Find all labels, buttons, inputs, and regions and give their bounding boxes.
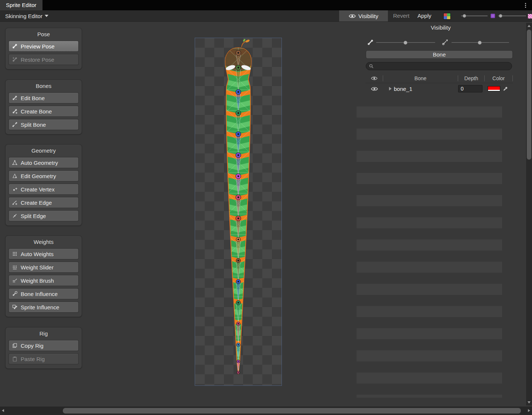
horizontal-scrollbar[interactable] xyxy=(0,407,532,415)
sprite-influence-label: Sprite Influence xyxy=(21,304,59,310)
horizontal-scrollbar-thumb[interactable] xyxy=(63,408,521,414)
bone-opacity-slider[interactable] xyxy=(376,42,435,43)
paste-rig-icon xyxy=(12,356,18,362)
snake-sprite-mesh xyxy=(195,38,282,385)
auto-geometry-icon xyxy=(12,160,18,166)
mesh-opacity-slider-knob[interactable] xyxy=(463,14,466,18)
weight-brush-button[interactable]: Weight Brush xyxy=(9,275,78,286)
copy-rig-icon xyxy=(12,343,18,348)
auto-weights-button[interactable]: Auto Weights xyxy=(9,249,78,259)
visibility-panel: Visibility Bone xyxy=(356,23,526,400)
sprite-color-grid-icon[interactable] xyxy=(443,13,451,20)
texture-purple-icon xyxy=(491,14,495,18)
auto-weights-icon xyxy=(12,251,18,257)
split-bone-button[interactable]: Split Bone xyxy=(9,119,78,130)
tab-sprite-editor[interactable]: Sprite Editor xyxy=(0,0,42,10)
split-edge-button[interactable]: Split Edge xyxy=(9,211,78,221)
skinning-editor-dropdown[interactable]: Skinning Editor xyxy=(3,10,51,21)
vertical-scrollbar[interactable] xyxy=(526,23,532,405)
scroll-left-arrow[interactable] xyxy=(2,409,4,412)
bone-search-input[interactable] xyxy=(375,63,509,69)
texture-pink-icon xyxy=(528,14,532,19)
edit-bone-icon xyxy=(12,95,18,101)
auto-weights-label: Auto Weights xyxy=(21,251,54,257)
create-bone-button[interactable]: Create Bone xyxy=(9,106,78,116)
tab-bone[interactable]: Bone xyxy=(366,50,513,59)
eyedropper-icon[interactable] xyxy=(503,86,508,91)
split-edge-icon xyxy=(12,213,18,219)
auto-geometry-button[interactable]: Auto Geometry xyxy=(9,157,78,168)
geometry-group-title: Geometry xyxy=(6,147,82,154)
table-row-bone-1[interactable]: bone_1 xyxy=(366,83,513,94)
edit-geometry-icon xyxy=(12,173,18,179)
restore-pose-label: Restore Pose xyxy=(21,57,54,63)
sprite-editor-window: Sprite Editor Skinning Editor Visibility… xyxy=(0,0,532,415)
visibility-toggle-button[interactable]: Visibility xyxy=(339,10,388,21)
edit-bone-label: Edit Bone xyxy=(21,95,45,101)
bone-size-icon xyxy=(441,38,449,46)
preview-pose-icon xyxy=(12,43,18,49)
visibility-button-label: Visibility xyxy=(358,13,378,19)
texture-opacity-slider-knob[interactable] xyxy=(499,14,502,18)
row-expand-triangle-icon[interactable] xyxy=(389,87,392,91)
bone-visibility-table: Bone Depth Color bone_1 xyxy=(366,74,513,94)
kebab-menu-icon[interactable] xyxy=(522,2,528,8)
create-vertex-button[interactable]: Create Vertex xyxy=(9,184,78,194)
restore-pose-button[interactable]: Restore Pose xyxy=(9,54,78,65)
titlebar: Sprite Editor xyxy=(0,0,532,10)
chevron-down-icon xyxy=(45,15,48,17)
bone-opacity-icon xyxy=(367,38,374,46)
texture-opacity-slider[interactable] xyxy=(498,16,526,16)
edit-bone-button[interactable]: Edit Bone xyxy=(9,93,78,103)
header-bone: Bone xyxy=(383,75,458,81)
preview-pose-button[interactable]: Preview Pose xyxy=(9,41,78,51)
scroll-down-arrow[interactable] xyxy=(528,401,531,404)
create-edge-button[interactable]: Create Edge xyxy=(9,197,78,208)
sprite-canvas[interactable] xyxy=(195,38,282,385)
eye-column-icon xyxy=(371,76,378,81)
revert-button[interactable]: Revert xyxy=(393,10,409,21)
split-edge-label: Split Edge xyxy=(21,213,46,219)
weight-slider-icon xyxy=(12,264,18,270)
bone-size-slider[interactable] xyxy=(451,42,509,43)
scroll-up-arrow[interactable] xyxy=(528,25,531,27)
bone-size-slider-knob[interactable] xyxy=(478,41,482,45)
create-bone-icon xyxy=(12,108,18,114)
row-visibility-eye-icon[interactable] xyxy=(371,86,378,91)
bones-group: Bones Edit Bone Create Bone Split Bone xyxy=(5,79,82,135)
bone-opacity-slider-knob[interactable] xyxy=(403,41,407,45)
bone-influence-button[interactable]: Bone Influence xyxy=(9,289,78,299)
create-bone-label: Create Bone xyxy=(21,108,52,115)
create-vertex-icon xyxy=(12,186,18,192)
bone-color-swatch[interactable] xyxy=(488,86,500,91)
scroll-right-arrow[interactable] xyxy=(528,409,530,412)
bone-depth-input[interactable] xyxy=(458,85,482,92)
copy-rig-label: Copy Rig xyxy=(21,343,44,349)
apply-button[interactable]: Apply xyxy=(417,10,432,21)
weight-slider-button[interactable]: Weight Slider xyxy=(9,262,78,272)
weight-slider-label: Weight Slider xyxy=(21,264,54,271)
rig-group-title: Rig xyxy=(6,330,82,337)
header-eye-column xyxy=(366,75,383,81)
edit-geometry-button[interactable]: Edit Geometry xyxy=(9,171,78,181)
weight-brush-icon xyxy=(12,278,18,283)
preview-pose-label: Preview Pose xyxy=(21,43,55,50)
weights-group-title: Weights xyxy=(6,239,82,245)
sprite-influence-button[interactable]: Sprite Influence xyxy=(9,302,78,312)
copy-rig-button[interactable]: Copy Rig xyxy=(9,340,78,351)
bone-search-field[interactable] xyxy=(366,62,512,70)
create-edge-icon xyxy=(12,200,18,205)
visibility-panel-title: Visibility xyxy=(356,24,526,31)
sprite-influence-icon xyxy=(12,304,18,310)
skinning-toolbar: Skinning Editor Visibility Revert Apply xyxy=(0,10,532,22)
pose-group-title: Pose xyxy=(6,31,82,37)
bone-influence-icon xyxy=(12,291,18,297)
edit-geometry-label: Edit Geometry xyxy=(21,173,56,179)
bone-table-header: Bone Depth Color xyxy=(366,74,513,83)
mesh-opacity-slider[interactable] xyxy=(461,16,488,16)
weight-brush-label: Weight Brush xyxy=(21,278,54,284)
vertical-scrollbar-thumb[interactable] xyxy=(527,30,531,160)
paste-rig-button[interactable]: Paste Rig xyxy=(9,354,78,364)
create-edge-label: Create Edge xyxy=(21,200,52,206)
rig-group: Rig Copy Rig Paste Rig xyxy=(5,327,82,369)
